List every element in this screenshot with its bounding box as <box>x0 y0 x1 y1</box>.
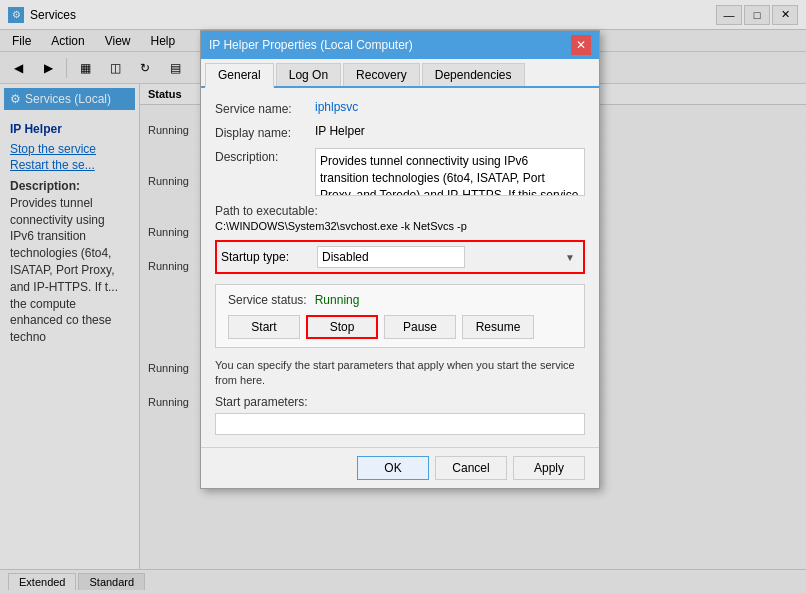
modal-overlay: IP Helper Properties (Local Computer) ✕ … <box>0 0 806 593</box>
service-name-label: Service name: <box>215 100 315 116</box>
params-input[interactable] <box>215 413 585 435</box>
display-name-row: Display name: IP Helper <box>215 124 585 140</box>
ok-button[interactable]: OK <box>357 456 429 480</box>
service-name-row: Service name: iphlpsvc <box>215 100 585 116</box>
service-control-buttons: Start Stop Pause Resume <box>228 315 572 339</box>
path-row: Path to executable: C:\WINDOWS\System32\… <box>215 204 585 232</box>
start-button[interactable]: Start <box>228 315 300 339</box>
path-value: C:\WINDOWS\System32\svchost.exe -k NetSv… <box>215 220 585 232</box>
dialog-close-button[interactable]: ✕ <box>571 35 591 55</box>
service-status-row: Service status: Running <box>228 293 572 307</box>
dialog-tabs: General Log On Recovery Dependencies <box>201 59 599 88</box>
resume-button[interactable]: Resume <box>462 315 534 339</box>
pause-button[interactable]: Pause <box>384 315 456 339</box>
startup-type-select[interactable]: Disabled Manual Automatic Automatic (Del… <box>317 246 465 268</box>
description-row: Description: Provides tunnel connectivit… <box>215 148 585 196</box>
service-status-label: Service status: <box>228 293 307 307</box>
display-name-value: IP Helper <box>315 124 365 138</box>
dialog-title-bar: IP Helper Properties (Local Computer) ✕ <box>201 31 599 59</box>
path-label: Path to executable: <box>215 204 585 218</box>
dialog-tab-recovery[interactable]: Recovery <box>343 63 420 86</box>
select-arrow-icon: ▼ <box>565 252 575 263</box>
dialog-tab-general[interactable]: General <box>205 63 274 88</box>
service-name-value: iphlpsvc <box>315 100 358 114</box>
description-text: Provides tunnel connectivity using IPv6 … <box>320 154 578 196</box>
startup-select-wrapper: Disabled Manual Automatic Automatic (Del… <box>317 246 579 268</box>
dialog-tab-dependencies[interactable]: Dependencies <box>422 63 525 86</box>
startup-type-label: Startup type: <box>221 250 317 264</box>
dialog-footer: OK Cancel Apply <box>201 447 599 488</box>
apply-button[interactable]: Apply <box>513 456 585 480</box>
display-name-label: Display name: <box>215 124 315 140</box>
dialog-tab-logon[interactable]: Log On <box>276 63 341 86</box>
dialog-content: Service name: iphlpsvc Display name: IP … <box>201 88 599 447</box>
stop-button[interactable]: Stop <box>306 315 378 339</box>
description-label: Description: <box>215 148 315 164</box>
startup-type-row: Startup type: Disabled Manual Automatic … <box>215 240 585 274</box>
service-status-section: Service status: Running Start Stop Pause… <box>215 284 585 348</box>
service-status-value: Running <box>315 293 360 307</box>
params-note: You can specify the start parameters tha… <box>215 358 585 389</box>
params-label: Start parameters: <box>215 395 585 409</box>
description-box[interactable]: Provides tunnel connectivity using IPv6 … <box>315 148 585 196</box>
cancel-button[interactable]: Cancel <box>435 456 507 480</box>
dialog-ip-helper: IP Helper Properties (Local Computer) ✕ … <box>200 30 600 489</box>
dialog-title: IP Helper Properties (Local Computer) <box>209 38 413 52</box>
